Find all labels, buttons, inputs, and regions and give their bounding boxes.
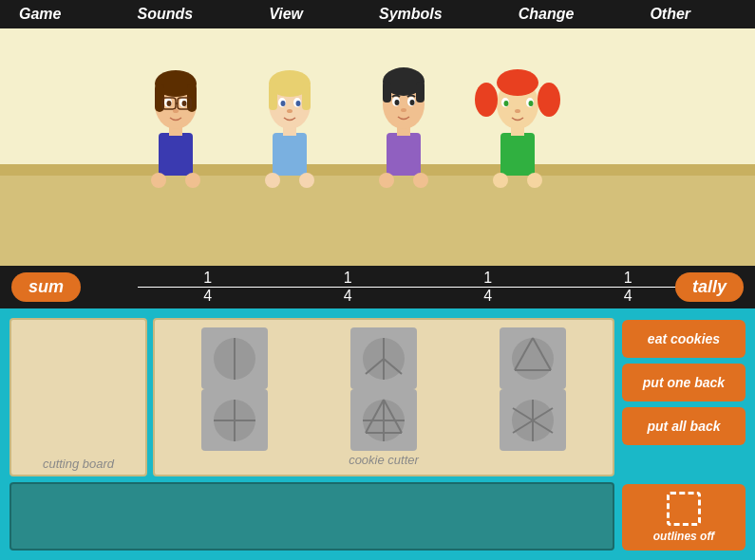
- cookie-row-bottom: [162, 389, 605, 451]
- svg-point-38: [410, 100, 415, 105]
- outlines-label: outlines off: [653, 530, 714, 543]
- svg-point-14: [151, 173, 166, 188]
- svg-point-13: [173, 109, 179, 113]
- svg-point-8: [167, 101, 172, 106]
- score-bar: sum 1 4 1 4 1 4 1 4 tally: [0, 266, 755, 308]
- svg-point-27: [265, 173, 280, 188]
- svg-point-37: [395, 100, 400, 105]
- cutting-board-label: cutting board: [43, 457, 114, 471]
- svg-rect-0: [159, 133, 193, 176]
- svg-point-51: [529, 101, 534, 106]
- svg-point-39: [401, 108, 406, 112]
- menu-view[interactable]: View: [269, 6, 303, 23]
- svg-rect-29: [387, 133, 421, 176]
- svg-rect-34: [416, 82, 425, 103]
- work-area: cutting board: [9, 318, 614, 476]
- left-panel: cutting board: [9, 318, 614, 551]
- right-panel: eat cookies put one back put all back ou…: [622, 318, 746, 551]
- outlines-icon: [667, 492, 701, 526]
- cookie-slot-5[interactable]: [350, 389, 417, 451]
- scene: [0, 28, 755, 266]
- svg-point-47: [538, 83, 560, 117]
- put-all-back-button[interactable]: put all back: [622, 407, 746, 445]
- svg-point-53: [493, 173, 508, 188]
- svg-point-41: [413, 173, 428, 188]
- bottom-area: cutting board: [0, 308, 755, 560]
- character-3: [366, 47, 442, 190]
- svg-point-40: [379, 173, 394, 188]
- svg-point-24: [281, 101, 286, 106]
- character-4-svg: [475, 47, 560, 190]
- cookie-slot-1[interactable]: [201, 327, 268, 389]
- svg-rect-21: [302, 84, 311, 110]
- tray-area[interactable]: [9, 482, 614, 551]
- character-2-svg: [252, 47, 328, 190]
- svg-point-26: [287, 109, 293, 113]
- cookie-slot-4[interactable]: [201, 389, 268, 451]
- menu-change[interactable]: Change: [519, 6, 575, 23]
- cookie-cutter-area: cookie cutter: [153, 318, 614, 476]
- menu-game[interactable]: Game: [19, 6, 61, 23]
- fractions-container: 1 4 1 4 1 4 1 4: [81, 270, 755, 305]
- menu-symbols[interactable]: Symbols: [379, 6, 443, 23]
- svg-point-45: [497, 69, 538, 96]
- svg-point-25: [296, 101, 301, 106]
- svg-rect-16: [273, 133, 307, 176]
- cookie-cutter-label: cookie cutter: [162, 453, 605, 467]
- cutting-board[interactable]: cutting board: [9, 318, 147, 476]
- svg-point-54: [527, 173, 542, 188]
- character-1-svg: [138, 47, 214, 190]
- svg-point-46: [475, 83, 498, 117]
- character-2: [252, 47, 328, 190]
- character-1: [138, 47, 214, 190]
- svg-rect-20: [269, 84, 277, 110]
- svg-point-15: [185, 173, 200, 188]
- fraction-1: 1 4: [138, 270, 278, 305]
- fraction-3: 1 4: [418, 270, 558, 305]
- cookie-row-top: [162, 327, 605, 389]
- svg-rect-33: [383, 82, 391, 103]
- menu-bar: Game Sounds View Symbols Change Other: [0, 0, 755, 28]
- cookie-slot-2[interactable]: [350, 327, 417, 389]
- svg-point-61: [512, 338, 554, 380]
- svg-point-9: [182, 101, 187, 106]
- outlines-off-button[interactable]: outlines off: [622, 484, 746, 551]
- svg-point-28: [299, 173, 314, 188]
- tally-button[interactable]: tally: [675, 272, 744, 302]
- cookie-slot-3[interactable]: [500, 327, 566, 389]
- menu-sounds[interactable]: Sounds: [137, 6, 193, 23]
- sum-button[interactable]: sum: [11, 272, 81, 302]
- svg-point-50: [504, 101, 509, 106]
- character-4: [475, 47, 560, 190]
- svg-rect-42: [500, 133, 535, 176]
- cookie-slot-6[interactable]: [500, 389, 566, 451]
- menu-other[interactable]: Other: [650, 6, 690, 23]
- eat-cookies-button[interactable]: eat cookies: [622, 320, 746, 358]
- fraction-2: 1 4: [278, 270, 419, 305]
- svg-point-52: [515, 109, 520, 113]
- character-3-svg: [366, 47, 442, 190]
- put-one-back-button[interactable]: put one back: [622, 364, 746, 401]
